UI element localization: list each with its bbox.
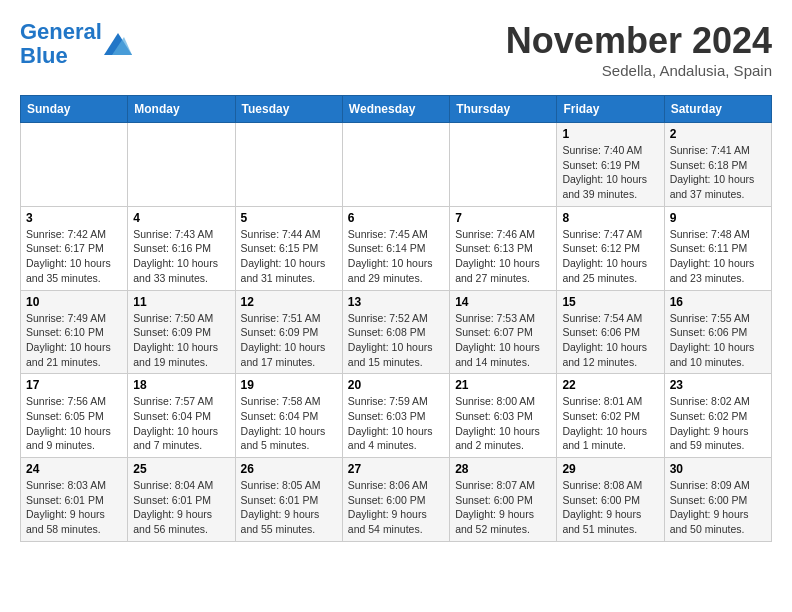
- calendar-cell: 18Sunrise: 7:57 AM Sunset: 6:04 PM Dayli…: [128, 374, 235, 458]
- calendar-cell: [235, 123, 342, 207]
- day-info: Sunrise: 8:02 AM Sunset: 6:02 PM Dayligh…: [670, 394, 766, 453]
- day-info: Sunrise: 7:47 AM Sunset: 6:12 PM Dayligh…: [562, 227, 658, 286]
- weekday-header: Thursday: [450, 96, 557, 123]
- day-info: Sunrise: 8:05 AM Sunset: 6:01 PM Dayligh…: [241, 478, 337, 537]
- calendar-cell: 27Sunrise: 8:06 AM Sunset: 6:00 PM Dayli…: [342, 458, 449, 542]
- day-number: 25: [133, 462, 229, 476]
- day-number: 29: [562, 462, 658, 476]
- logo: GeneralBlue: [20, 20, 132, 68]
- day-info: Sunrise: 8:00 AM Sunset: 6:03 PM Dayligh…: [455, 394, 551, 453]
- calendar-cell: 21Sunrise: 8:00 AM Sunset: 6:03 PM Dayli…: [450, 374, 557, 458]
- day-info: Sunrise: 7:52 AM Sunset: 6:08 PM Dayligh…: [348, 311, 444, 370]
- day-number: 21: [455, 378, 551, 392]
- day-number: 27: [348, 462, 444, 476]
- day-number: 28: [455, 462, 551, 476]
- calendar-cell: 28Sunrise: 8:07 AM Sunset: 6:00 PM Dayli…: [450, 458, 557, 542]
- calendar-cell: 17Sunrise: 7:56 AM Sunset: 6:05 PM Dayli…: [21, 374, 128, 458]
- day-number: 9: [670, 211, 766, 225]
- day-info: Sunrise: 7:42 AM Sunset: 6:17 PM Dayligh…: [26, 227, 122, 286]
- calendar-cell: 23Sunrise: 8:02 AM Sunset: 6:02 PM Dayli…: [664, 374, 771, 458]
- day-number: 4: [133, 211, 229, 225]
- day-info: Sunrise: 7:55 AM Sunset: 6:06 PM Dayligh…: [670, 311, 766, 370]
- calendar-cell: 12Sunrise: 7:51 AM Sunset: 6:09 PM Dayli…: [235, 290, 342, 374]
- day-number: 15: [562, 295, 658, 309]
- day-info: Sunrise: 8:04 AM Sunset: 6:01 PM Dayligh…: [133, 478, 229, 537]
- day-info: Sunrise: 8:01 AM Sunset: 6:02 PM Dayligh…: [562, 394, 658, 453]
- calendar-cell: 2Sunrise: 7:41 AM Sunset: 6:18 PM Daylig…: [664, 123, 771, 207]
- calendar-cell: 7Sunrise: 7:46 AM Sunset: 6:13 PM Daylig…: [450, 206, 557, 290]
- day-number: 14: [455, 295, 551, 309]
- day-info: Sunrise: 7:48 AM Sunset: 6:11 PM Dayligh…: [670, 227, 766, 286]
- day-info: Sunrise: 7:44 AM Sunset: 6:15 PM Dayligh…: [241, 227, 337, 286]
- day-number: 20: [348, 378, 444, 392]
- calendar-cell: [450, 123, 557, 207]
- day-info: Sunrise: 8:09 AM Sunset: 6:00 PM Dayligh…: [670, 478, 766, 537]
- calendar-cell: 25Sunrise: 8:04 AM Sunset: 6:01 PM Dayli…: [128, 458, 235, 542]
- calendar-cell: 13Sunrise: 7:52 AM Sunset: 6:08 PM Dayli…: [342, 290, 449, 374]
- calendar-cell: 6Sunrise: 7:45 AM Sunset: 6:14 PM Daylig…: [342, 206, 449, 290]
- calendar-cell: 4Sunrise: 7:43 AM Sunset: 6:16 PM Daylig…: [128, 206, 235, 290]
- calendar-cell: 19Sunrise: 7:58 AM Sunset: 6:04 PM Dayli…: [235, 374, 342, 458]
- day-number: 7: [455, 211, 551, 225]
- weekday-header: Friday: [557, 96, 664, 123]
- calendar-cell: 11Sunrise: 7:50 AM Sunset: 6:09 PM Dayli…: [128, 290, 235, 374]
- calendar-cell: [21, 123, 128, 207]
- day-number: 18: [133, 378, 229, 392]
- day-info: Sunrise: 8:07 AM Sunset: 6:00 PM Dayligh…: [455, 478, 551, 537]
- day-number: 13: [348, 295, 444, 309]
- logo-text: GeneralBlue: [20, 20, 102, 68]
- calendar-cell: 1Sunrise: 7:40 AM Sunset: 6:19 PM Daylig…: [557, 123, 664, 207]
- day-number: 17: [26, 378, 122, 392]
- day-number: 12: [241, 295, 337, 309]
- weekday-header: Saturday: [664, 96, 771, 123]
- day-number: 23: [670, 378, 766, 392]
- day-info: Sunrise: 7:50 AM Sunset: 6:09 PM Dayligh…: [133, 311, 229, 370]
- calendar-cell: 15Sunrise: 7:54 AM Sunset: 6:06 PM Dayli…: [557, 290, 664, 374]
- calendar-cell: 16Sunrise: 7:55 AM Sunset: 6:06 PM Dayli…: [664, 290, 771, 374]
- calendar-cell: 5Sunrise: 7:44 AM Sunset: 6:15 PM Daylig…: [235, 206, 342, 290]
- day-number: 16: [670, 295, 766, 309]
- day-number: 2: [670, 127, 766, 141]
- day-number: 24: [26, 462, 122, 476]
- day-number: 11: [133, 295, 229, 309]
- calendar-cell: 10Sunrise: 7:49 AM Sunset: 6:10 PM Dayli…: [21, 290, 128, 374]
- calendar-cell: 22Sunrise: 8:01 AM Sunset: 6:02 PM Dayli…: [557, 374, 664, 458]
- day-info: Sunrise: 7:40 AM Sunset: 6:19 PM Dayligh…: [562, 143, 658, 202]
- day-info: Sunrise: 8:08 AM Sunset: 6:00 PM Dayligh…: [562, 478, 658, 537]
- weekday-header: Tuesday: [235, 96, 342, 123]
- calendar-cell: 30Sunrise: 8:09 AM Sunset: 6:00 PM Dayli…: [664, 458, 771, 542]
- calendar-cell: 14Sunrise: 7:53 AM Sunset: 6:07 PM Dayli…: [450, 290, 557, 374]
- day-info: Sunrise: 8:03 AM Sunset: 6:01 PM Dayligh…: [26, 478, 122, 537]
- calendar-cell: 3Sunrise: 7:42 AM Sunset: 6:17 PM Daylig…: [21, 206, 128, 290]
- day-info: Sunrise: 7:46 AM Sunset: 6:13 PM Dayligh…: [455, 227, 551, 286]
- title-area: November 2024 Sedella, Andalusia, Spain: [506, 20, 772, 79]
- day-info: Sunrise: 7:53 AM Sunset: 6:07 PM Dayligh…: [455, 311, 551, 370]
- calendar-cell: [342, 123, 449, 207]
- calendar-cell: [128, 123, 235, 207]
- weekday-header: Monday: [128, 96, 235, 123]
- month-title: November 2024: [506, 20, 772, 62]
- day-number: 6: [348, 211, 444, 225]
- day-info: Sunrise: 7:51 AM Sunset: 6:09 PM Dayligh…: [241, 311, 337, 370]
- day-number: 1: [562, 127, 658, 141]
- day-info: Sunrise: 7:56 AM Sunset: 6:05 PM Dayligh…: [26, 394, 122, 453]
- day-number: 3: [26, 211, 122, 225]
- day-info: Sunrise: 7:43 AM Sunset: 6:16 PM Dayligh…: [133, 227, 229, 286]
- day-info: Sunrise: 7:57 AM Sunset: 6:04 PM Dayligh…: [133, 394, 229, 453]
- day-info: Sunrise: 7:59 AM Sunset: 6:03 PM Dayligh…: [348, 394, 444, 453]
- day-info: Sunrise: 7:49 AM Sunset: 6:10 PM Dayligh…: [26, 311, 122, 370]
- calendar-cell: 26Sunrise: 8:05 AM Sunset: 6:01 PM Dayli…: [235, 458, 342, 542]
- day-number: 26: [241, 462, 337, 476]
- day-number: 8: [562, 211, 658, 225]
- calendar-cell: 29Sunrise: 8:08 AM Sunset: 6:00 PM Dayli…: [557, 458, 664, 542]
- day-number: 30: [670, 462, 766, 476]
- weekday-header: Sunday: [21, 96, 128, 123]
- day-info: Sunrise: 7:54 AM Sunset: 6:06 PM Dayligh…: [562, 311, 658, 370]
- day-number: 19: [241, 378, 337, 392]
- location: Sedella, Andalusia, Spain: [506, 62, 772, 79]
- calendar-table: SundayMondayTuesdayWednesdayThursdayFrid…: [20, 95, 772, 542]
- day-number: 5: [241, 211, 337, 225]
- day-info: Sunrise: 7:41 AM Sunset: 6:18 PM Dayligh…: [670, 143, 766, 202]
- day-info: Sunrise: 8:06 AM Sunset: 6:00 PM Dayligh…: [348, 478, 444, 537]
- weekday-header: Wednesday: [342, 96, 449, 123]
